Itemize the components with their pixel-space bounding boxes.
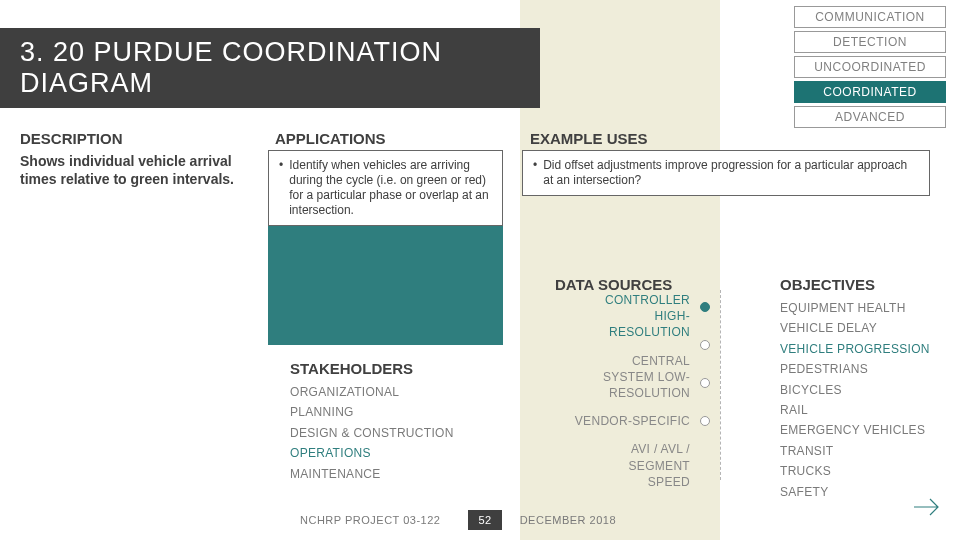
dot-icon <box>700 340 710 350</box>
objective-item: EMERGENCY VEHICLES <box>780 420 930 440</box>
footer: NCHRP PROJECT 03-122 52 DECEMBER 2018 <box>0 510 960 530</box>
dot-icon <box>700 416 710 426</box>
page-title: 3. 20 PURDUE COORDINATION DIAGRAM <box>20 37 520 99</box>
applications-bullet: Identify when vehicles are arriving duri… <box>289 158 492 218</box>
data-source-dots <box>700 302 710 454</box>
objective-item: SAFETY <box>780 482 930 502</box>
stakeholder-item: PLANNING <box>290 402 454 422</box>
category-tags: COMMUNICATION DETECTION UNCOORDINATED CO… <box>794 6 946 128</box>
stakeholder-item: DESIGN & CONSTRUCTION <box>290 423 454 443</box>
applications-box: •Identify when vehicles are arriving dur… <box>268 150 503 226</box>
dot-icon <box>700 302 710 312</box>
data-sources-heading: DATA SOURCES <box>555 276 672 293</box>
data-source-central: CENTRALSYSTEM LOW-RESOLUTION <box>520 353 690 402</box>
objective-item: BICYCLES <box>780 380 930 400</box>
connector-line <box>720 290 721 480</box>
accent-block <box>268 205 503 345</box>
description-text: Shows individual vehicle arrival times r… <box>20 152 250 188</box>
tag-coordinated: COORDINATED <box>794 81 946 103</box>
title-bar: 3. 20 PURDUE COORDINATION DIAGRAM <box>0 28 540 108</box>
objectives-heading: OBJECTIVES <box>780 276 875 293</box>
stakeholders-heading: STAKEHOLDERS <box>290 360 413 377</box>
stakeholders-list: ORGANIZATIONAL PLANNING DESIGN & CONSTRU… <box>290 382 454 484</box>
data-source-controller: CONTROLLERHIGH-RESOLUTION <box>520 292 690 341</box>
data-source-vendor: VENDOR-SPECIFIC <box>520 413 690 429</box>
footer-page: 52 <box>468 510 501 530</box>
footer-project: NCHRP PROJECT 03-122 <box>300 514 440 526</box>
stakeholder-item-active: OPERATIONS <box>290 443 454 463</box>
stakeholder-item: ORGANIZATIONAL <box>290 382 454 402</box>
tag-advanced: ADVANCED <box>794 106 946 128</box>
objective-item: TRUCKS <box>780 461 930 481</box>
data-sources-list: CONTROLLERHIGH-RESOLUTION CENTRALSYSTEM … <box>520 292 690 502</box>
objective-item: VEHICLE DELAY <box>780 318 930 338</box>
tag-communication: COMMUNICATION <box>794 6 946 28</box>
objective-item: PEDESTRIANS <box>780 359 930 379</box>
objective-item: RAIL <box>780 400 930 420</box>
applications-heading: APPLICATIONS <box>275 130 386 147</box>
example-bullet: Did offset adjustments improve progressi… <box>543 158 919 188</box>
stakeholder-item: MAINTENANCE <box>290 464 454 484</box>
objective-item-active: VEHICLE PROGRESSION <box>780 339 930 359</box>
objective-item: EQUIPMENT HEALTH <box>780 298 930 318</box>
footer-date: DECEMBER 2018 <box>520 514 616 526</box>
data-source-avi: AVI / AVL /SEGMENTSPEED <box>520 441 690 490</box>
description-heading: DESCRIPTION <box>20 130 123 147</box>
dot-icon <box>700 378 710 388</box>
next-arrow-icon[interactable] <box>912 495 942 526</box>
tag-detection: DETECTION <box>794 31 946 53</box>
example-heading: EXAMPLE USES <box>530 130 648 147</box>
objectives-list: EQUIPMENT HEALTH VEHICLE DELAY VEHICLE P… <box>780 298 930 502</box>
tag-uncoordinated: UNCOORDINATED <box>794 56 946 78</box>
objective-item: TRANSIT <box>780 441 930 461</box>
example-box: •Did offset adjustments improve progress… <box>522 150 930 196</box>
